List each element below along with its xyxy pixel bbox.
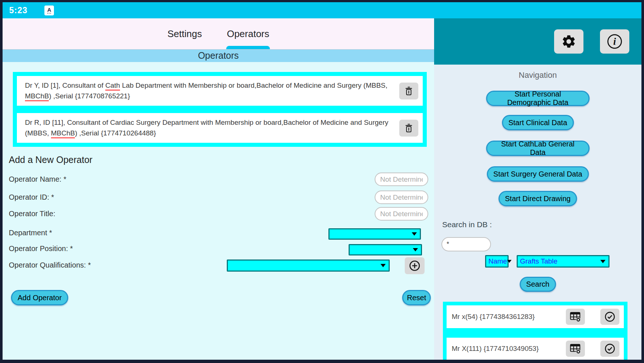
operator-name-label: Operator Name: * — [9, 175, 66, 184]
search-result-item: Mr x(54) {1774384361283} — [447, 305, 624, 328]
start-clinical-data-button[interactable]: Start Clinical Data — [502, 115, 574, 130]
trash-icon — [404, 86, 414, 96]
search-table-select[interactable]: Grafts Table — [517, 255, 610, 268]
operator-list-item: Dr R, ID [11], Consultant of Cardiac Sur… — [17, 113, 423, 143]
operator-name-input[interactable] — [375, 173, 428, 186]
caret-down-icon — [412, 232, 417, 236]
operator-id-input[interactable] — [375, 190, 428, 204]
search-table-value: Grafts Table — [518, 257, 557, 265]
navigation-title: Navigation — [434, 70, 641, 80]
confirm-record-button[interactable] — [600, 309, 619, 325]
search-result-item: Mr X(111) {1774710349053} — [447, 338, 624, 360]
department-select[interactable] — [328, 228, 421, 240]
search-field-value: Name — [486, 257, 507, 265]
delete-operator-button[interactable] — [399, 83, 418, 99]
tab-operators[interactable]: Operators — [225, 18, 271, 49]
caret-down-icon — [600, 260, 605, 263]
table-remove-icon — [570, 343, 581, 354]
open-record-table-button[interactable] — [566, 341, 585, 357]
department-label: Department * — [9, 229, 52, 237]
about-button[interactable]: i — [600, 29, 629, 54]
db-search-input[interactable] — [441, 237, 491, 251]
confirm-record-button[interactable] — [600, 341, 619, 357]
start-personal-demographic-data-button[interactable]: Start Personal Demographic Data — [486, 91, 590, 106]
notification-icon: A — [44, 6, 54, 15]
operator-id-label: Operator ID: * — [9, 193, 54, 202]
info-icon: i — [606, 33, 623, 50]
start-direct-drawing-button[interactable]: Start Direct Drawing — [498, 191, 577, 206]
add-operator-button[interactable]: Add Operator — [11, 290, 68, 305]
clock: 5:23 — [9, 6, 28, 15]
plus-circle-icon — [408, 259, 421, 272]
operator-list-item: Dr Y, ID [1], Consultant of Cath Lab Dep… — [17, 76, 423, 106]
navigation-panel: i Navigation Start Personal Demographic … — [434, 18, 641, 360]
gear-icon — [561, 34, 576, 49]
delete-operator-button[interactable] — [399, 120, 418, 137]
section-header: Operators — [3, 49, 434, 62]
operators-list: Dr Y, ID [1], Consultant of Cath Lab Dep… — [13, 72, 427, 147]
trash-icon — [404, 123, 414, 133]
caret-down-icon — [381, 264, 386, 267]
svg-text:i: i — [613, 36, 616, 47]
operator-qualifications-select[interactable] — [227, 259, 390, 272]
check-circle-icon — [604, 343, 615, 354]
operators-panel: Settings Operators Operators Dr Y, ID [1… — [3, 18, 434, 360]
device-frame: 5:23 A Settings Operators Operators Dr Y… — [0, 0, 644, 363]
check-circle-icon — [604, 311, 615, 322]
search-field-select[interactable]: Name — [485, 255, 509, 268]
search-in-db-label: Search in DB : — [442, 220, 492, 229]
settings-button[interactable] — [554, 29, 583, 54]
start-surgery-general-data-button[interactable]: Start Surgery General Data — [487, 166, 589, 182]
start-cathlab-general-data-button[interactable]: Start CathLab General Data — [486, 141, 590, 156]
table-remove-icon — [570, 311, 581, 322]
add-qualification-button[interactable] — [405, 257, 425, 274]
operator-position-label: Operator Position: * — [9, 244, 73, 253]
tab-settings[interactable]: Settings — [166, 18, 203, 49]
caret-down-icon — [413, 248, 418, 251]
search-results-list: Mr x(54) {1774384361283}Mr X(111) {17747… — [443, 302, 627, 360]
operator-title-input[interactable] — [375, 207, 428, 221]
app-screen: 5:23 A Settings Operators Operators Dr Y… — [3, 2, 641, 360]
search-result-label: Mr x(54) {1774384361283} — [452, 313, 535, 321]
search-button[interactable]: Search — [520, 277, 556, 292]
panel-header: i — [434, 18, 641, 65]
tab-bar: Settings Operators — [3, 18, 434, 49]
reset-button[interactable]: Reset — [402, 290, 431, 305]
operator-qualifications-label: Operator Qualifications: * — [9, 261, 91, 269]
open-record-table-button[interactable] — [566, 309, 585, 325]
operator-position-select[interactable] — [349, 244, 422, 255]
operator-title-label: Operator Title: — [9, 210, 55, 218]
status-bar: 5:23 A — [3, 2, 641, 18]
operator-description: Dr R, ID [11], Consultant of Cardiac Sur… — [25, 117, 399, 138]
search-result-label: Mr X(111) {1774710349053} — [452, 345, 539, 353]
caret-down-icon — [507, 260, 512, 263]
form-title: Add a New Operator — [9, 155, 92, 165]
operator-description: Dr Y, ID [1], Consultant of Cath Lab Dep… — [25, 80, 399, 101]
